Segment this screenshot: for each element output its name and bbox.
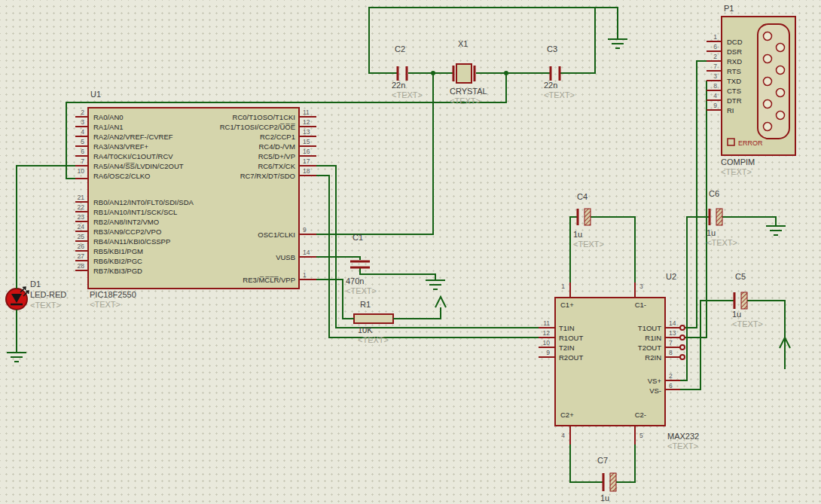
pin-number: 18 [303,166,310,176]
pin-row[interactable]: RE3/M̅C̅L̅R̅/VPP 1 [151,275,316,298]
pin-name: OSC1/CLKI [258,231,295,239]
pin-row[interactable]: R1IN 13 [565,333,661,343]
r1-text-placeholder[interactable]: <TEXT> [358,335,389,344]
u1-ref[interactable]: U1 [90,90,101,99]
d1-ref[interactable]: D1 [30,279,41,289]
pin-number: 13 [669,328,676,338]
wire-rx-net [316,176,539,338]
c1-value[interactable]: 470n [346,276,364,286]
pin-row[interactable]: RC4/D-/VM 15 [151,142,316,151]
x1-ref[interactable]: X1 [458,39,468,48]
pin-row[interactable]: 9 RI [696,105,771,115]
led-emission-arrows [20,287,29,296]
pin-row[interactable]: T2OUT 7 [565,343,661,353]
c6-ref[interactable]: C6 [709,189,719,198]
r1-value[interactable]: 10K [358,325,373,334]
pin-row[interactable]: RC6/TX/CK 17 [151,161,316,171]
c2-text-placeholder[interactable]: <TEXT> [392,90,423,99]
c1-text-placeholder[interactable]: <TEXT> [346,286,377,295]
pin-number: 6 [696,42,717,51]
c5-ref[interactable]: C5 [735,272,746,281]
pin-number: 7 [60,157,84,166]
pin-name: RB7/KBI3/PGD [93,267,142,275]
c4-ref[interactable]: C4 [577,192,588,201]
c7-value[interactable]: 1u [600,493,609,502]
pin-row[interactable]: VS+ 2 [565,376,661,386]
pin-number: 12 [520,328,550,338]
wire-vusb-net [316,257,435,280]
u2-pin-bubble [680,355,685,359]
pin-name: RXD [727,57,742,66]
c6-value[interactable]: 1u [707,228,716,237]
u2-pin-bubble [680,345,685,350]
pin-name: RB5/KBI1/PGM [93,247,143,255]
c2-value[interactable]: 22n [392,81,405,90]
d1-value[interactable]: LED-RED [30,290,66,299]
error-checkbox[interactable] [728,139,734,145]
pin-row[interactable]: 22 RB1/AN10/INT1/SCK/SCL [60,207,301,217]
x1-text-placeholder[interactable]: <TEXT> [450,96,481,105]
pin-name: CTS [727,87,741,95]
c3-text-placeholder[interactable]: <TEXT> [544,90,575,99]
c3-value[interactable]: 22n [544,81,557,90]
u2-ref[interactable]: U2 [666,272,676,281]
pin-number: 1 [696,32,717,41]
pin-row[interactable]: RC0/T1OSO/T1CKI 11 [151,112,316,122]
c5-text-placeholder[interactable]: <TEXT> [732,319,763,328]
c2-ref[interactable]: C2 [395,44,405,53]
u2-pin-bubble [680,335,685,340]
u1-value[interactable]: PIC18F2550 [90,290,136,299]
pin-name: RA1/AN1 [93,123,124,131]
power-arrow-c5 [780,338,790,348]
c4-text-placeholder[interactable]: <TEXT> [573,240,604,249]
pin-row[interactable]: VS- 6 [565,386,661,396]
r1-body[interactable] [354,314,393,323]
p1-ref[interactable]: P1 [724,4,734,13]
c5-value[interactable]: 1u [732,310,741,319]
c4-polar-plate [584,209,591,225]
r1-ref[interactable]: R1 [360,300,371,309]
pin-name: RC7/RX/DT/SDO [240,172,295,180]
pin-row[interactable]: R2IN 8 [565,353,661,362]
d1-text-placeholder[interactable]: <TEXT> [30,301,61,310]
u2-value[interactable]: MAX232 [667,432,699,441]
pin-number: 8 [669,348,673,357]
wire-osc1-net [316,73,453,234]
c6-text-placeholder[interactable]: <TEXT> [707,238,737,247]
c6-polar-plate [716,209,722,225]
pin-row[interactable]: OSC1/CLKI 9 [151,230,316,252]
c3-ref[interactable]: C3 [547,44,557,53]
pin-row[interactable]: RC1/T1OSI/CCP2/U̅O̅E̅ 12 [151,122,316,132]
pin-name: DSR [727,47,742,56]
pin-row[interactable]: VUSB 14 [151,252,316,275]
pin-number: 7 [669,338,673,347]
x1-value[interactable]: CRYSTAL [450,87,487,96]
pin-number: 21 [60,193,84,202]
p1-text-placeholder[interactable]: <TEXT> [721,167,752,176]
pin-number: 5 [639,432,643,440]
capacitor-plates[interactable] [350,66,747,491]
u2-text-placeholder[interactable]: <TEXT> [667,441,698,451]
p1-value[interactable]: COMPIM [721,157,755,166]
pin-row[interactable]: T1OUT 14 [565,323,661,333]
c4-value[interactable]: 1u [573,230,582,239]
pin-row[interactable]: 21 RB0/AN12/INT0/FLT0/SDI/SDA [60,197,301,207]
pin-number: 28 [60,261,84,270]
pin-row[interactable]: RC7/RX/DT/SDO 18 [151,171,316,181]
pin-name: VS+ [648,377,661,385]
pin-row[interactable]: 23 RB2/AN8/INT2/VMO [60,217,301,227]
u1-text-placeholder[interactable]: <TEXT> [90,300,121,309]
ground-c1 [426,280,445,289]
c7-ref[interactable]: C7 [597,456,608,465]
d1-led-body[interactable] [6,287,29,310]
pin-name: RB6/KBI2/PGC [93,257,142,265]
pin-number: 10 [60,166,84,176]
pin-row[interactable]: RC5/D+/VP 16 [151,151,316,161]
p1-pins: 1 DCD 6 DSR 2 RXD 7 RTS 3 TXD 8 CTS 4 DT… [696,37,771,115]
x1-body[interactable] [456,64,472,83]
pin-row[interactable]: RC2/CCP1 13 [151,132,316,142]
pin-number: 17 [303,157,310,166]
schematic-canvas[interactable]: 2 RA0/AN0 3 RA1/AN1 4 RA2/AN2/VREF-/CVRE… [0,0,821,504]
pin-number: 2 [696,52,717,61]
c1-ref[interactable]: C1 [353,233,363,242]
